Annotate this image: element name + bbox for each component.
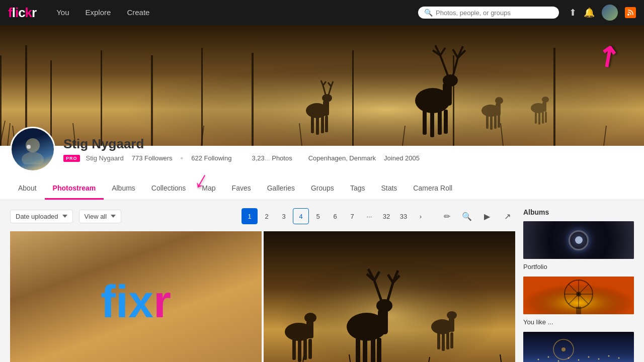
svg-rect-28 <box>496 103 501 116</box>
search-input[interactable] <box>436 9 553 17</box>
profile-info: Stig Nygaard PRO Stig Nygaard 773 Follow… <box>10 127 634 178</box>
sidebar-album-portfolio[interactable] <box>523 221 634 259</box>
svg-rect-110 <box>523 332 634 362</box>
svg-rect-58 <box>356 338 360 362</box>
svg-point-15 <box>443 74 458 86</box>
main-nav: You Explore Create <box>48 0 157 25</box>
svg-rect-65 <box>292 339 296 360</box>
svg-point-117 <box>598 358 600 360</box>
nav-explore[interactable]: Explore <box>77 0 119 25</box>
profile-section: Stig Nygaard PRO Stig Nygaard 773 Follow… <box>0 146 644 200</box>
svg-point-22 <box>322 94 332 102</box>
flickr-logo[interactable]: flickr <box>8 5 36 21</box>
svg-point-71 <box>447 311 457 319</box>
svg-point-116 <box>588 356 590 358</box>
svg-rect-3 <box>0 55 2 146</box>
tab-tags[interactable]: Tags <box>342 178 373 200</box>
navbar: flickr You Explore Create 🔍 ⬆ 🔔 <box>0 0 644 25</box>
search-icon: 🔍 <box>424 9 433 17</box>
tab-map[interactable]: Map <box>194 178 223 200</box>
album-portfolio-label[interactable]: Portfolio <box>523 263 634 270</box>
sidebar-albums-title: Albums <box>523 208 634 216</box>
svg-rect-109 <box>576 307 581 314</box>
filter-actions: ✏ 🔍 ▶ ↗ <box>439 208 515 224</box>
svg-rect-37 <box>535 112 537 124</box>
svg-point-118 <box>608 355 610 357</box>
svg-rect-56 <box>378 309 388 334</box>
share-icon[interactable]: ↗ <box>499 208 515 224</box>
pagination: 1 2 3 4 5 6 7 ··· 32 33 › <box>242 208 429 224</box>
content-area: Date uploaded View all 1 2 3 4 5 6 7 ···… <box>0 200 644 362</box>
nav-you[interactable]: You <box>48 0 77 25</box>
profile-avatar <box>10 127 55 172</box>
album-you-like-label[interactable]: You like ... <box>523 318 634 326</box>
photo-grid: fixr → <box>10 231 515 362</box>
svg-rect-40 <box>545 112 547 123</box>
svg-point-112 <box>548 356 549 358</box>
tabs-nav: About Photostream Albums Collections Map… <box>10 178 634 200</box>
slideshow-icon[interactable]: ▶ <box>479 208 495 224</box>
page-3[interactable]: 3 <box>276 208 292 224</box>
tab-albums[interactable]: Albums <box>104 178 143 200</box>
tab-groups[interactable]: Groups <box>303 178 342 200</box>
page-1[interactable]: 1 <box>242 208 258 224</box>
search-bar: 🔍 <box>418 7 559 19</box>
svg-point-57 <box>376 299 392 312</box>
rss-icon[interactable] <box>625 7 636 18</box>
deer-photo-svg <box>264 231 515 362</box>
profile-followers[interactable]: 773 Followers <box>132 154 173 162</box>
main-content: Date uploaded View all 1 2 3 4 5 6 7 ···… <box>10 208 515 362</box>
tab-camera-roll[interactable]: Camera Roll <box>405 178 460 200</box>
page-next[interactable]: › <box>413 208 429 224</box>
profile-joined: Joined 2005 <box>384 154 420 162</box>
svg-rect-21 <box>323 101 329 116</box>
user-avatar[interactable] <box>602 5 618 21</box>
svg-point-119 <box>618 357 620 359</box>
sidebar-album-you-like[interactable] <box>523 277 634 314</box>
svg-point-113 <box>558 360 559 362</box>
page-6[interactable]: 6 <box>327 208 343 224</box>
svg-point-52 <box>27 145 31 149</box>
photo-deer-main[interactable]: → <box>264 231 515 362</box>
profile-following[interactable]: 622 Following <box>191 154 231 162</box>
svg-rect-59 <box>363 338 367 362</box>
svg-rect-73 <box>442 332 445 351</box>
page-2[interactable]: 2 <box>259 208 275 224</box>
svg-rect-60 <box>371 338 375 362</box>
view-all-filter[interactable]: View all <box>79 210 122 223</box>
tab-about[interactable]: About <box>10 178 45 200</box>
tab-faves[interactable]: Faves <box>224 178 259 200</box>
svg-rect-61 <box>377 338 381 362</box>
tab-stats[interactable]: Stats <box>373 178 405 200</box>
svg-point-0 <box>627 14 629 16</box>
sidebar-album-city[interactable] <box>523 332 634 362</box>
filter-bar: Date uploaded View all 1 2 3 4 5 6 7 ···… <box>10 208 515 224</box>
page-32[interactable]: 32 <box>378 208 394 224</box>
svg-rect-72 <box>437 332 440 349</box>
edit-icon[interactable]: ✏ <box>439 208 455 224</box>
svg-rect-38 <box>538 112 540 125</box>
date-uploaded-filter[interactable]: Date uploaded <box>10 210 73 223</box>
svg-rect-35 <box>542 102 546 112</box>
fixr-logo-text: fixr <box>101 279 171 324</box>
svg-rect-74 <box>446 332 449 349</box>
search-photos-icon[interactable]: 🔍 <box>459 208 475 224</box>
svg-point-36 <box>542 97 549 103</box>
upload-icon[interactable]: ⬆ <box>569 7 577 18</box>
profile-meta: PRO Stig Nygaard 773 Followers • 622 Fol… <box>63 154 634 163</box>
svg-rect-39 <box>542 112 544 124</box>
svg-point-124 <box>561 347 566 351</box>
tab-collections[interactable]: Collections <box>143 178 194 200</box>
tab-photostream[interactable]: Photostream <box>45 178 104 200</box>
page-4[interactable]: 4 <box>293 208 309 224</box>
tab-galleries[interactable]: Galleries <box>259 178 303 200</box>
svg-rect-63 <box>306 321 313 338</box>
svg-point-115 <box>578 359 580 361</box>
profile-username: Stig Nygaard <box>86 154 124 162</box>
page-7[interactable]: 7 <box>344 208 360 224</box>
page-5[interactable]: 5 <box>310 208 326 224</box>
bell-icon[interactable]: 🔔 <box>584 7 595 18</box>
photo-fixr[interactable]: fixr <box>10 231 262 362</box>
page-33[interactable]: 33 <box>395 208 412 224</box>
nav-create[interactable]: Create <box>119 0 157 25</box>
